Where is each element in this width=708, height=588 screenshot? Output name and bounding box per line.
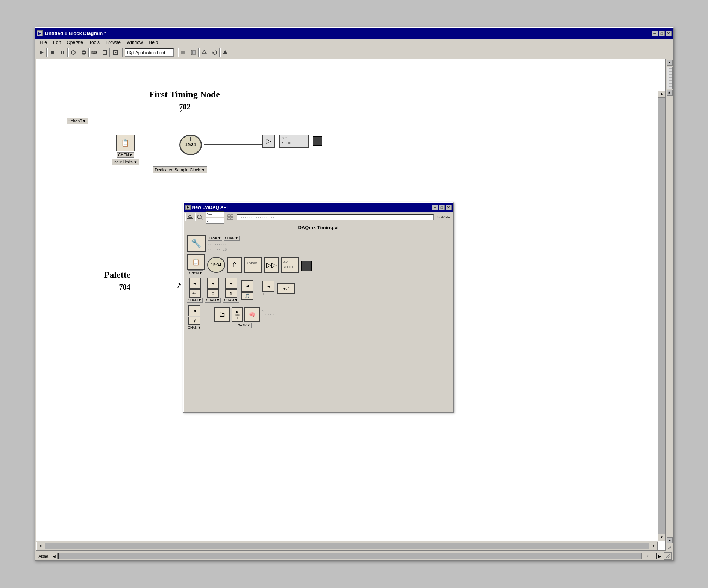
font-dropdown[interactable]: 13pt Application Font [125,48,174,57]
svg-rect-27 [228,218,230,220]
chan-dropdown[interactable]: CHAN▼ [224,236,239,241]
row4-task-label[interactable]: TASK▼ [237,323,252,328]
r4-palette-icon3[interactable]: 🧠 [244,307,260,322]
r4-palette-icon2[interactable]: ▶ ⊫⊫ II [232,307,243,322]
inner-btn-up-arrow[interactable] [185,213,194,221]
search-input-1[interactable] [206,211,224,217]
scroll-track-h[interactable] [45,543,649,549]
toolbar-pause-btn[interactable] [58,48,68,57]
toolbox-resize [667,544,673,550]
svg-line-49 [670,547,671,549]
scroll-down-button[interactable]: ▼ [658,534,666,541]
status-alpha-text: Alpha [39,554,49,558]
inner-clock-icon[interactable]: 12:34 [207,257,225,273]
toolbar-btn7[interactable] [111,48,120,57]
toolbar-distribute-btn[interactable] [189,48,199,57]
toolbar-context-btn[interactable] [220,48,230,57]
menu-edit[interactable]: Edit [50,39,64,46]
menu-window[interactable]: Window [124,39,146,46]
toolbar-order-btn[interactable] [199,48,209,57]
toolbar-align-btn[interactable] [178,48,188,57]
svg-text:ϑσ°: ϑσ° [282,137,287,140]
cham-dropdown-3[interactable]: CHAM▼ [223,298,239,303]
title-controls: ─ □ ✕ [652,31,672,36]
r4-icon1b[interactable]: 𝑓 [188,317,200,325]
r3-icon5[interactable]: ◄ [262,281,274,292]
write-icon[interactable]: 📋 [187,254,205,270]
r3-icon6[interactable]: ϑσ° [277,283,295,294]
r3-icon2b[interactable]: ⚙ [207,289,219,298]
inner-window-title: New LV/DAQ API [192,205,228,210]
toolbar-btn3[interactable] [68,48,78,57]
inner-arrow-icon[interactable]: ⇑ [227,257,242,273]
r3-icon3b[interactable]: ⇑ [225,289,237,298]
toolbox-btn-2[interactable]: ⊞ [667,90,673,96]
inner-stop-icon[interactable] [301,261,312,271]
menu-operate[interactable]: Operate [64,39,86,46]
input-limits-btn[interactable]: Input Limits ▼ [112,159,139,165]
svg-rect-25 [228,215,230,217]
r3-icon4[interactable]: ◄ [241,280,253,292]
row4-task-row: TASK▼ [237,323,252,328]
toolbar-run-btn[interactable] [37,48,47,57]
wrench-icon[interactable]: 🔧 [187,235,206,252]
inner-btn-grid[interactable] [226,213,235,221]
menu-file[interactable]: File [37,39,50,46]
toolbar-stop-btn[interactable] [47,48,57,57]
run-button[interactable]: ▷ [262,135,275,148]
task-dropdown[interactable]: TASK▼ [208,236,223,241]
inner-btn-search[interactable] [195,213,204,221]
chan0-block: ⌗ chan0 ▼ [67,118,88,124]
status-dots: · · · · · · αβ [208,248,240,251]
r4-icon1[interactable]: ◄ [188,305,200,316]
search-input-2[interactable] [206,218,224,224]
cham-dropdown-2[interactable]: CHAM▼ [205,298,221,303]
r4-palette-icon1[interactable]: 🗂 [214,307,230,322]
status-scrollbar-h[interactable] [58,553,642,559]
toolbar-btn5[interactable]: ⌨ [89,48,99,57]
toolbar-btn6[interactable] [100,48,110,57]
cham-dropdown-1[interactable]: CHAM▼ [187,298,203,303]
svg-line-24 [201,218,202,220]
inner-address-bar[interactable]: · · · · · · · · · · · · · · · · · · · · [237,214,434,220]
toolbar-btn4[interactable] [79,48,89,57]
scroll-track-v[interactable] [658,98,665,534]
r3-icon1[interactable]: ◄ [189,278,201,289]
chen-block: 📋 CHEN ▼ Input Limits ▼ [112,135,139,165]
r3-icon1b[interactable]: ϑσ° [189,289,201,298]
inner-output-waveform[interactable]: ϑσ°∧ΟΙΟΙΟ [281,257,299,273]
inner-play-icon[interactable]: ▷▷ [264,257,279,273]
chen-label-box: CHEN ▼ [117,152,134,158]
stop-button[interactable] [313,136,322,146]
chan0-arrow: ▼ [82,119,86,123]
chen-text: CHEN [118,153,129,157]
menu-browse[interactable]: Browse [103,39,124,46]
close-button[interactable]: ✕ [666,31,672,36]
toolbox-btn-3[interactable]: ▶ [667,537,673,543]
r3-icon3[interactable]: ◄ [225,278,237,289]
inner-close-button[interactable]: ✕ [446,205,452,210]
window-icon: ▶ [37,30,43,36]
status-right-arrow[interactable]: ▶ [656,553,663,559]
toolbar-history-btn[interactable] [210,48,220,57]
maximize-button[interactable]: □ [659,31,665,36]
r3-icon4b[interactable]: 🎵 [241,292,253,300]
svg-text:∧ΟΙΟΙΟ: ∧ΟΙΟΙΟ [246,262,257,265]
toolbox-btn-1[interactable]: ▲ [667,60,673,66]
row4-chan-label[interactable]: CHAN▼ [187,325,202,330]
chan-dropdown-2[interactable]: CHAN▼ [188,270,203,275]
scroll-right-button[interactable]: ▶ [650,542,658,550]
menu-help[interactable]: Help [146,39,161,46]
dedicated-sample-clock-label[interactable]: Dedicated Sample Clock ▼ [153,166,207,173]
inner-minimize-button[interactable]: ─ [432,205,438,210]
menu-tools[interactable]: Tools [86,39,103,46]
status-left-arrow[interactable]: ◀ [51,553,58,559]
scroll-left-button[interactable]: ◀ [36,542,44,550]
row4-big-row: 🗂 ▶ ⊫⊫ II 🧠 5 · · · · · [214,307,274,322]
minimize-button[interactable]: ─ [652,31,658,36]
r3-icon2[interactable]: ◄ [207,278,219,289]
main-window: ▶ Untitled 1 Block Diagram * ─ □ ✕ File … [35,27,674,561]
inner-maximize-button[interactable]: □ [439,205,445,210]
scroll-up-button[interactable]: ▲ [658,90,666,98]
inner-waveform-icon[interactable]: ∧ΟΙΟΙΟ [244,257,262,273]
